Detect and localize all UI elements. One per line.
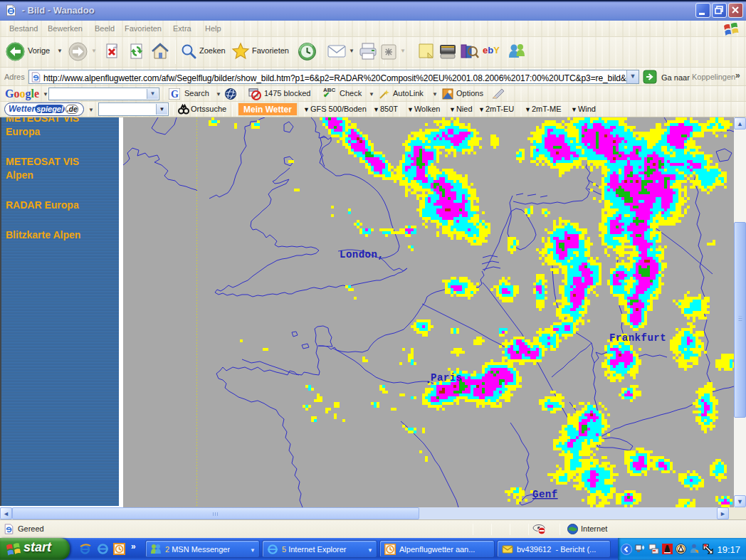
svg-text:London,: London, xyxy=(340,249,384,260)
svg-text:Genf: Genf xyxy=(532,489,558,500)
svg-text:G: G xyxy=(171,89,179,100)
svg-text:Frankfurt: Frankfurt xyxy=(609,332,666,344)
svg-text:Paris: Paris xyxy=(431,372,463,384)
